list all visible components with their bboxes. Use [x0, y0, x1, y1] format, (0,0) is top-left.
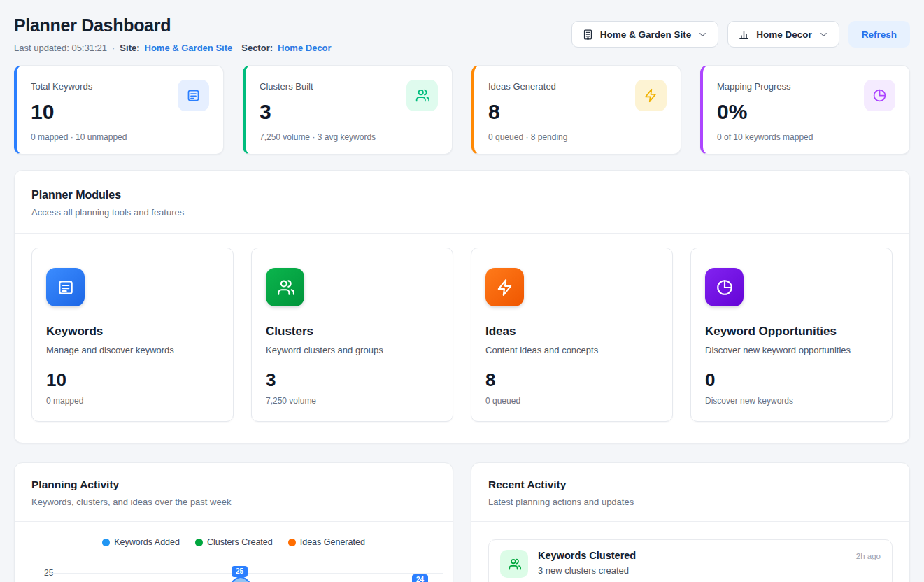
meta-separator: · — [112, 43, 115, 53]
activity-timestamp: 2h ago — [856, 552, 881, 560]
planning-activity-subtitle: Keywords, clusters, and ideas over the p… — [31, 497, 436, 507]
bolt-icon — [635, 80, 667, 111]
page-title: Planner Dashboard — [14, 15, 332, 36]
area-series-keywords-added — [50, 547, 469, 582]
stat-detail: 0 queued · 8 pending — [488, 132, 667, 142]
planner-dashboard-page: Planner Dashboard Last updated: 05:31:21… — [0, 0, 924, 582]
site-link[interactable]: Home & Garden Site — [145, 43, 233, 53]
stats-row: Total Keywords 10 0 mapped · 10 unmapped… — [14, 65, 910, 155]
chevron-down-icon — [697, 29, 708, 40]
module-card-keywords[interactable]: Keywords Manage and discover keywords 10… — [31, 248, 234, 422]
building-icon — [582, 29, 594, 41]
module-value: 3 — [266, 369, 439, 391]
activity-area-chart: 25 25 24 — [15, 547, 453, 582]
recent-activity-header: Recent Activity Latest planning actions … — [471, 463, 909, 521]
site-label: Site: — [120, 43, 139, 53]
document-icon — [178, 80, 209, 111]
data-point-label: 25 — [232, 566, 248, 577]
legend-item-clusters-created: Clusters Created — [195, 537, 273, 547]
recent-activity-subtitle: Latest planning actions and updates — [488, 497, 893, 507]
legend-item-ideas-generated: Ideas Generated — [288, 537, 365, 547]
legend-dot-icon — [195, 539, 203, 546]
module-description: Content ideas and concepts — [485, 345, 658, 355]
chart-legend: Keywords Added Clusters Created Ideas Ge… — [15, 537, 453, 547]
bar-chart-icon — [738, 29, 750, 41]
sector-link[interactable]: Home Decor — [278, 43, 332, 53]
document-icon — [46, 268, 85, 306]
divider — [15, 521, 453, 522]
stat-detail: 0 of 10 keywords mapped — [717, 132, 895, 142]
legend-label: Clusters Created — [207, 537, 273, 547]
last-updated: Last updated: 05:31:21 — [14, 43, 107, 53]
stat-detail: 0 mapped · 10 unmapped — [31, 132, 209, 142]
legend-dot-icon — [288, 539, 296, 546]
module-card-ideas[interactable]: Ideas Content ideas and concepts 8 0 que… — [471, 248, 673, 422]
module-value: 8 — [485, 369, 658, 391]
meta-line: Last updated: 05:31:21 · Site: Home & Ga… — [14, 43, 332, 53]
chevron-down-icon — [818, 29, 829, 40]
header-controls: Home & Garden Site Home Decor Refresh — [571, 21, 910, 48]
users-icon — [406, 80, 438, 111]
users-icon — [266, 268, 304, 306]
stat-card-ideas-generated: Ideas Generated 8 0 queued · 8 pending — [471, 65, 681, 155]
pie-chart-icon — [705, 268, 744, 306]
recent-activity-panel: Recent Activity Latest planning actions … — [471, 462, 910, 582]
stat-card-mapping-progress: Mapping Progress 0% 0 of 10 keywords map… — [700, 65, 910, 155]
bolt-icon — [485, 268, 524, 306]
module-detail: 0 queued — [485, 396, 658, 406]
refresh-button[interactable]: Refresh — [848, 21, 910, 48]
modules-grid: Keywords Manage and discover keywords 10… — [15, 234, 909, 443]
legend-label: Keywords Added — [114, 537, 180, 547]
module-card-keyword-opportunities[interactable]: Keyword Opportunities Discover new keywo… — [690, 248, 893, 422]
module-title: Clusters — [266, 325, 439, 339]
modules-header: Planner Modules Access all planning tool… — [15, 171, 909, 233]
module-description: Manage and discover keywords — [46, 345, 219, 355]
module-description: Keyword clusters and groups — [266, 345, 439, 355]
planning-activity-header: Planning Activity Keywords, clusters, an… — [15, 463, 453, 521]
header-left: Planner Dashboard Last updated: 05:31:21… — [14, 15, 332, 53]
legend-item-keywords-added: Keywords Added — [102, 537, 180, 547]
activity-title: Keywords Clustered — [538, 550, 636, 561]
module-value: 10 — [46, 369, 219, 391]
module-value: 0 — [705, 369, 878, 391]
pie-chart-icon — [864, 80, 895, 111]
bottom-row: Planning Activity Keywords, clusters, an… — [14, 462, 910, 582]
module-detail: Discover new keywords — [705, 396, 878, 406]
modules-title: Planner Modules — [31, 189, 893, 201]
planning-activity-panel: Planning Activity Keywords, clusters, an… — [14, 462, 453, 582]
divider — [471, 521, 909, 522]
users-icon — [500, 550, 528, 578]
stat-card-total-keywords: Total Keywords 10 0 mapped · 10 unmapped — [14, 65, 224, 155]
recent-activity-title: Recent Activity — [488, 478, 893, 491]
module-detail: 7,250 volume — [266, 396, 439, 406]
site-selector-dropdown[interactable]: Home & Garden Site — [571, 21, 719, 48]
activity-body: Keywords Clustered 2h ago 3 new clusters… — [538, 550, 881, 576]
activity-list-item: Keywords Clustered 2h ago 3 new clusters… — [488, 539, 893, 582]
module-title: Keywords — [46, 325, 219, 339]
module-description: Discover new keyword opportunities — [705, 345, 878, 355]
stat-detail: 7,250 volume · 3 avg keywords — [260, 132, 438, 142]
module-card-clusters[interactable]: Clusters Keyword clusters and groups 3 7… — [251, 248, 453, 422]
module-title: Ideas — [485, 325, 658, 339]
sector-label: Sector: — [241, 43, 273, 53]
site-selector-value: Home & Garden Site — [600, 29, 692, 40]
planning-activity-title: Planning Activity — [31, 478, 436, 491]
legend-label: Ideas Generated — [300, 537, 365, 547]
legend-dot-icon — [102, 539, 110, 546]
sector-selector-value: Home Decor — [756, 29, 812, 40]
modules-subtitle: Access all planning tools and features — [31, 207, 893, 218]
activity-description: 3 new clusters created — [538, 565, 881, 576]
sector-selector-dropdown[interactable]: Home Decor — [727, 21, 839, 48]
planner-modules-panel: Planner Modules Access all planning tool… — [14, 170, 910, 443]
module-title: Keyword Opportunities — [705, 325, 878, 339]
module-detail: 0 mapped — [46, 396, 219, 406]
stat-card-clusters-built: Clusters Built 3 7,250 volume · 3 avg ke… — [243, 65, 453, 155]
page-header: Planner Dashboard Last updated: 05:31:21… — [14, 15, 910, 53]
data-point-label: 24 — [412, 574, 428, 582]
